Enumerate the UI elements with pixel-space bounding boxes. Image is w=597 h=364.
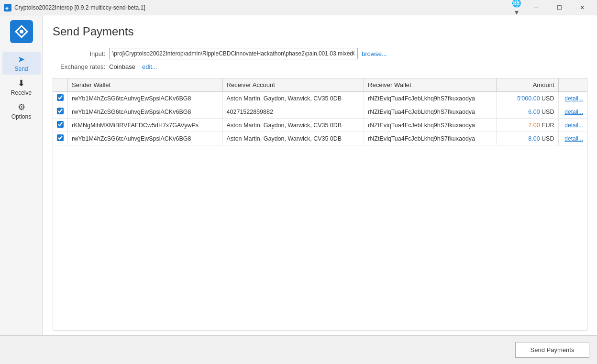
app-logo[interactable] [10, 20, 33, 43]
receive-icon: ⬇ [18, 78, 25, 88]
title-bar-controls: 🌐 ▾ ─ ☐ ✕ [509, 0, 593, 15]
row-amount-0: 5'000.00 USD [496, 92, 558, 105]
table-row: rwYb1M4hZcSG6tcAuhvgEwSpsiACKv6BG8 40271… [53, 105, 587, 119]
sidebar-item-options-label: Options [11, 113, 31, 120]
row-receiver-wallet-1: rNZtEviqTua4FcJebLkhq9hS7fkuxaodya [364, 105, 496, 119]
row-sender-wallet-3: rwYb1M4hZcSG6tcAuhvgEwSpsiACKv6BG8 [68, 132, 223, 145]
row-receiver-wallet-3: rNZtEviqTua4FcJebLkhq9hS7fkuxaodya [364, 132, 496, 145]
title-bar: ◈ CryptoIso20022Interop [0.9.2-multiccy-… [0, 0, 597, 15]
row-amount-2: 7.00 EUR [496, 119, 558, 132]
app-icon: ◈ [4, 4, 11, 11]
exchange-rates-row: Exchange rates: Coinbase edit... [53, 63, 587, 70]
footer: Send Payments [0, 335, 597, 364]
browse-link[interactable]: browse... [362, 50, 387, 57]
row-receiver-account-0: Aston Martin, Gaydon, Warwick, CV35 0DB [222, 92, 364, 105]
row-sender-wallet-0: rwYb1M4hZcSG6tcAuhvgEwSpsiACKv6BG8 [68, 92, 223, 105]
row-amount-value-2: 7.00 [528, 122, 540, 129]
row-checkbox-cell [53, 92, 68, 105]
payments-data-table: Sender Wallet Receiver Account Receiver … [53, 78, 587, 145]
sidebar-item-options[interactable]: ⚙ Options [2, 99, 41, 122]
row-checkbox-cell [53, 132, 68, 145]
table-row: rKMNgMihMXMiBRVFAEDCw5dH7x7GAVywPs Aston… [53, 119, 587, 132]
table-row: rwYb1M4hZcSG6tcAuhvgEwSpsiACKv6BG8 Aston… [53, 132, 587, 145]
options-icon: ⚙ [18, 102, 25, 112]
row-currency-0: USD [542, 95, 554, 102]
col-header-amount: Amount [496, 78, 558, 92]
table-body: rwYb1M4hZcSG6tcAuhvgEwSpsiACKv6BG8 Aston… [53, 92, 587, 145]
table-row: rwYb1M4hZcSG6tcAuhvgEwSpsiACKv6BG8 Aston… [53, 92, 587, 105]
exchange-rates-label: Exchange rates: [53, 63, 105, 70]
col-header-receiver-wallet: Receiver Wallet [364, 78, 496, 92]
input-row: Input: browse... [53, 48, 587, 59]
row-checkbox-0[interactable] [57, 94, 64, 101]
row-amount-3: 8.00 USD [496, 132, 558, 145]
maximize-button[interactable]: ☐ [548, 0, 570, 15]
row-currency-1: USD [542, 109, 554, 115]
row-receiver-account-3: Aston Martin, Gaydon, Warwick, CV35 0DB [222, 132, 364, 145]
minimize-button[interactable]: ─ [525, 0, 547, 15]
language-button[interactable]: 🌐 ▾ [509, 0, 524, 15]
col-header-checkbox [53, 78, 68, 92]
col-header-sender-wallet: Sender Wallet [68, 78, 223, 92]
sidebar-item-receive-label: Receive [11, 89, 32, 96]
row-sender-wallet-1: rwYb1M4hZcSG6tcAuhvgEwSpsiACKv6BG8 [68, 105, 223, 119]
sidebar-item-send[interactable]: ➤ Send [2, 52, 41, 75]
row-currency-3: USD [542, 135, 554, 142]
send-payments-button[interactable]: Send Payments [515, 342, 589, 358]
input-file-path[interactable] [109, 48, 358, 59]
input-label: Input: [53, 50, 105, 57]
row-amount-value-0: 5'000.00 [517, 95, 540, 102]
page-title: Send Payments [53, 25, 587, 38]
sidebar-item-receive[interactable]: ⬇ Receive [2, 76, 41, 99]
row-detail-link-1[interactable]: detail... [564, 109, 583, 115]
row-receiver-wallet-2: rNZtEviqTua4FcJebLkhq9hS7fkuxaodya [364, 119, 496, 132]
svg-text:◈: ◈ [5, 5, 9, 11]
row-detail-cell-2: detail... [558, 119, 587, 132]
row-checkbox-cell [53, 105, 68, 119]
send-icon: ➤ [18, 54, 25, 65]
row-detail-cell-3: detail... [558, 132, 587, 145]
row-currency-2: EUR [542, 122, 554, 129]
svg-point-2 [20, 30, 23, 33]
table-header: Sender Wallet Receiver Account Receiver … [53, 78, 587, 92]
row-checkbox-2[interactable] [57, 121, 64, 128]
row-detail-link-3[interactable]: detail... [564, 135, 583, 142]
row-amount-value-3: 8.00 [528, 135, 540, 142]
edit-link[interactable]: edit... [142, 63, 157, 70]
row-detail-link-0[interactable]: detail... [564, 95, 583, 102]
row-checkbox-cell [53, 119, 68, 132]
payments-table: Sender Wallet Receiver Account Receiver … [53, 78, 587, 331]
col-header-detail [558, 78, 587, 92]
row-detail-cell-0: detail... [558, 92, 587, 105]
row-amount-1: 6.00 USD [496, 105, 558, 119]
coinbase-text: Coinbase [109, 63, 135, 70]
row-sender-wallet-2: rKMNgMihMXMiBRVFAEDCw5dH7x7GAVywPs [68, 119, 223, 132]
main-content: Send Payments Input: browse... Exchange … [43, 15, 597, 335]
title-bar-text: CryptoIso20022Interop [0.9.2-multiccy-se… [14, 4, 509, 11]
sidebar: ➤ Send ⬇ Receive ⚙ Options [0, 15, 43, 335]
col-header-receiver-account: Receiver Account [222, 78, 364, 92]
row-receiver-wallet-0: rNZtEviqTua4FcJebLkhq9hS7fkuxaodya [364, 92, 496, 105]
app-body: ➤ Send ⬇ Receive ⚙ Options Send Payments… [0, 15, 597, 335]
close-button[interactable]: ✕ [571, 0, 593, 15]
row-checkbox-3[interactable] [57, 134, 64, 141]
row-checkbox-1[interactable] [57, 108, 64, 114]
row-detail-cell-1: detail... [558, 105, 587, 119]
row-amount-value-1: 6.00 [528, 109, 540, 115]
row-receiver-account-2: Aston Martin, Gaydon, Warwick, CV35 0DB [222, 119, 364, 132]
row-receiver-account-1: 40271522859882 [222, 105, 364, 119]
row-detail-link-2[interactable]: detail... [564, 122, 583, 129]
form-section: Input: browse... Exchange rates: Coinbas… [53, 48, 587, 70]
sidebar-item-send-label: Send [14, 66, 28, 72]
